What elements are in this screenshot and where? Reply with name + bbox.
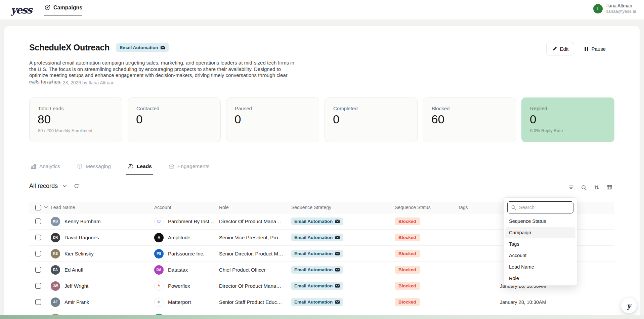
stat-label: Completed bbox=[333, 106, 358, 111]
column-header-tags[interactable]: Tags bbox=[458, 205, 500, 210]
records-toolbar: All records bbox=[29, 183, 614, 195]
stat-value: 0 bbox=[136, 113, 142, 126]
row-checkbox[interactable] bbox=[35, 299, 41, 305]
tab-leads[interactable]: Leads bbox=[126, 163, 153, 175]
dropdown-item-role[interactable]: Role bbox=[505, 273, 575, 284]
top-bar: yess Campaigns I Ilana Altman ilanaa@yes… bbox=[0, 0, 644, 19]
role-cell: Chief Product Officer bbox=[219, 267, 291, 273]
view-selector[interactable]: All records bbox=[29, 183, 79, 190]
sequence-strategy-badge: Email Automation bbox=[291, 282, 343, 290]
dropdown-item-campaign[interactable]: Campaign bbox=[505, 227, 575, 238]
sequence-strategy-label: Email Automation bbox=[294, 219, 333, 224]
dropdown-item-lead-name[interactable]: Lead Name bbox=[505, 261, 575, 273]
account-cell[interactable]: AAmplitude bbox=[154, 233, 219, 242]
dropdown-item-tags[interactable]: Tags bbox=[505, 238, 575, 250]
refresh-icon[interactable] bbox=[74, 183, 79, 189]
account-cell[interactable]: ❐Parchment By Instruc bbox=[154, 217, 219, 226]
yess-logo[interactable]: yess bbox=[10, 3, 35, 17]
row-select-cell bbox=[29, 267, 51, 273]
avatar: AF bbox=[51, 297, 60, 307]
select-all-checkbox[interactable] bbox=[35, 205, 41, 210]
role-cell: Director Of Product Mana… bbox=[219, 283, 291, 289]
tab-engagements[interactable]: Engagements bbox=[167, 163, 211, 175]
user-avatar: I bbox=[593, 4, 603, 13]
table-row[interactable]: AFAmir Frank✣MatterportSenior Staff Prod… bbox=[29, 294, 614, 310]
lead-name-cell[interactable]: AFAmir Frank bbox=[51, 297, 154, 307]
column-header-role[interactable]: Role bbox=[219, 205, 291, 210]
account-logo: PS bbox=[154, 249, 164, 258]
lead-name: David Ragones bbox=[65, 235, 104, 240]
role-cell: Director Of Product Mana… bbox=[219, 218, 291, 224]
row-checkbox[interactable] bbox=[35, 235, 41, 240]
sequence-status-cell: Blocked bbox=[395, 250, 458, 257]
account-cell[interactable]: ϟPowerflex bbox=[154, 281, 219, 291]
sequence-status-cell: Blocked bbox=[395, 282, 458, 290]
role-cell: Senior Director, Product M… bbox=[219, 251, 291, 256]
sort-icon[interactable] bbox=[594, 185, 600, 191]
envelope-icon bbox=[335, 251, 340, 256]
stat-card-contacted: Contacted0 bbox=[128, 97, 221, 142]
account-cell[interactable]: PSPartssource Inc. bbox=[154, 249, 219, 258]
tabs: AnalyticsMessagingLeadsEngagements bbox=[29, 163, 614, 175]
chevron-down-icon[interactable] bbox=[44, 206, 48, 209]
stat-card-total-leads: Total Leads8080 / 200 Monthly Enrollment bbox=[29, 97, 122, 142]
account-cell[interactable]: ✣Matterport bbox=[154, 297, 219, 307]
stat-card-paused: Paused0 bbox=[226, 97, 319, 142]
account-logo: ❐ bbox=[154, 217, 164, 226]
view-selector-label: All records bbox=[29, 183, 58, 190]
pause-button[interactable]: Pause bbox=[579, 42, 611, 55]
tab-analytics[interactable]: Analytics bbox=[29, 163, 61, 175]
lead-name-cell[interactable]: KBKenny Burnham bbox=[51, 217, 154, 226]
header-select-cell bbox=[29, 205, 51, 210]
sequence-status-badge: Blocked bbox=[395, 266, 420, 274]
lead-name-cell[interactable]: JWJeff Wright bbox=[51, 281, 154, 291]
row-select-cell bbox=[29, 251, 51, 256]
account-name: Parchment By Instruc bbox=[168, 218, 219, 224]
sequence-strategy-cell: Email Automation bbox=[291, 217, 395, 225]
dropdown-item-sequence-status[interactable]: Sequence Status bbox=[505, 215, 575, 227]
lead-name: Ed Anuff bbox=[65, 267, 88, 273]
row-checkbox[interactable] bbox=[35, 251, 41, 256]
tab-messaging[interactable]: Messaging bbox=[76, 163, 112, 175]
yess-logo-text: yess bbox=[10, 4, 33, 16]
dropdown-search-input[interactable] bbox=[519, 205, 566, 210]
sequence-status-badge: Blocked bbox=[395, 250, 420, 257]
stat-card-completed: Completed0 bbox=[325, 97, 418, 142]
row-select-cell bbox=[29, 283, 51, 289]
nav-campaigns[interactable]: Campaigns bbox=[44, 5, 82, 15]
bottom-gradient-bar bbox=[0, 315, 644, 319]
lead-name-cell[interactable]: KSKier Selinsky bbox=[51, 249, 154, 258]
column-header-lead-name[interactable]: Lead Name bbox=[51, 205, 154, 210]
dropdown-search[interactable] bbox=[507, 201, 573, 213]
sequence-status-badge: Blocked bbox=[395, 298, 420, 306]
tab-label: Engagements bbox=[177, 163, 210, 169]
search-icon[interactable] bbox=[581, 185, 587, 191]
stat-value: 80 bbox=[38, 113, 51, 126]
row-checkbox[interactable] bbox=[35, 218, 41, 224]
sequence-strategy-cell: Email Automation bbox=[291, 234, 395, 241]
edit-button[interactable]: Edit bbox=[546, 42, 574, 55]
column-header-sequence-status[interactable]: Sequence Status bbox=[395, 205, 458, 210]
lead-name-cell[interactable]: EAEd Anuff bbox=[51, 265, 154, 275]
column-header-sequence-strategy[interactable]: Sequence Strategy bbox=[291, 205, 395, 210]
row-checkbox[interactable] bbox=[35, 283, 41, 289]
account-name: Datastax bbox=[168, 267, 192, 273]
account-logo: DA bbox=[154, 265, 164, 275]
avatar: JW bbox=[51, 281, 60, 291]
envelope-icon bbox=[335, 300, 340, 304]
stat-card-replied: Replied00.0% Reply Rate bbox=[521, 97, 614, 142]
row-checkbox[interactable] bbox=[35, 267, 41, 273]
filter-icon[interactable] bbox=[568, 185, 574, 191]
sequence-status-badge: Blocked bbox=[395, 282, 420, 290]
yess-assistant-button[interactable]: y bbox=[621, 298, 637, 313]
dropdown-item-account[interactable]: Account bbox=[505, 250, 575, 261]
stat-label: Paused bbox=[235, 106, 252, 111]
book-icon bbox=[77, 164, 83, 169]
date-cell: January 28, 10:30AM bbox=[500, 300, 614, 305]
column-header-account[interactable]: Account bbox=[154, 205, 219, 210]
lead-name-cell[interactable]: DRDavid Ragones bbox=[51, 233, 154, 242]
user-menu[interactable]: I Ilana Altman ilanaa@yess.ai bbox=[593, 3, 636, 14]
columns-icon[interactable] bbox=[606, 185, 612, 191]
account-cell[interactable]: DADatastax bbox=[154, 265, 219, 275]
page-title: ScheduleX Outreach bbox=[29, 43, 110, 52]
